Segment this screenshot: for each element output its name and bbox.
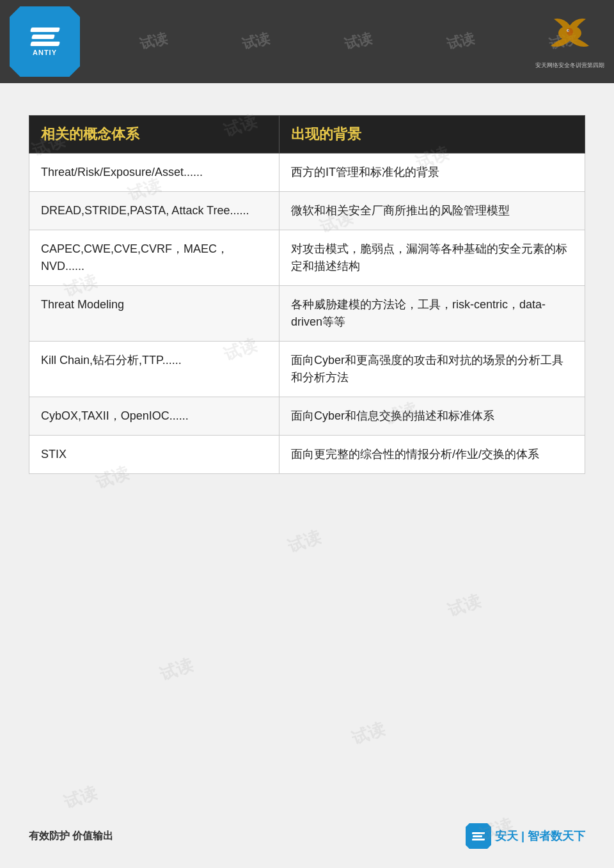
table-row: Kill Chain,钻石分析,TTP......面向Cyber和更高强度的攻击… [29,342,585,397]
logo-line-1 [30,28,60,32]
table-row: Threat/Risk/Exposure/Asset......西方的IT管理和… [29,154,585,192]
antiy-logo: ANTIY [10,6,80,77]
table-cell-left: Threat Modeling [29,286,279,342]
table-row: CybOX,TAXII，OpenIOC......面向Cyber和信息交换的描述… [29,397,585,436]
concept-table: 相关的概念体系 出现的背景 Threat/Risk/Exposure/Asset… [29,115,585,474]
table-cell-left: DREAD,STRIDE,PASTA, Attack Tree...... [29,192,279,230]
table-cell-left: CAPEC,CWE,CVE,CVRF，MAEC，NVD...... [29,230,279,286]
table-cell-right: 微软和相关安全厂商所推出的风险管理模型 [279,192,585,230]
logo-icon [31,28,59,46]
footer-brand-separator: | [521,830,528,842]
table-cell-left: Kill Chain,钻石分析,TTP...... [29,342,279,397]
footer: 有效防护 价值输出 安天 | 智者数天下 [29,823,585,849]
header-wm-3: 试读 [240,29,272,54]
table-cell-left: CybOX,TAXII，OpenIOC...... [29,397,279,436]
footer-icon-line-1 [472,832,485,834]
table-row: CAPEC,CWE,CVE,CVRF，MAEC，NVD......对攻击模式，脆… [29,230,585,286]
table-row: Threat Modeling各种威胁建模的方法论，工具，risk-centri… [29,286,585,342]
table-cell-right: 各种威胁建模的方法论，工具，risk-centric，data-driven等等 [279,286,585,342]
table-header-right: 出现的背景 [279,116,585,154]
svg-point-1 [567,28,573,36]
footer-brand-name: 安天 [495,830,518,842]
header-wm-5: 试读 [445,29,476,54]
footer-icon-line-2 [473,835,483,837]
table-cell-right: 西方的IT管理和标准化的背景 [279,154,585,192]
table-cell-left: STIX [29,436,279,474]
header-wm-4: 试读 [342,29,374,54]
svg-point-3 [568,30,569,31]
header-right-brand: 安天网络安全冬训营第四期 [535,14,604,70]
table-cell-right: 面向更完整的综合性的情报分析/作业/交换的体系 [279,436,585,474]
page-wm-13: 试读 [61,782,100,814]
table-cell-right: 面向Cyber和信息交换的描述和标准体系 [279,397,585,436]
footer-icon-lines [472,832,485,840]
table-header-left: 相关的概念体系 [29,116,279,154]
table-row: STIX面向更完整的综合性的情报分析/作业/交换的体系 [29,436,585,474]
logo-text: ANTIY [33,49,57,56]
page-wm-11: 试读 [157,654,196,686]
footer-brand-sub: 智者数天下 [528,830,585,842]
phoenix-icon [541,14,599,62]
header-watermarks: 试读 试读 试读 试读 试读 试读 [0,0,614,83]
brand-label: 安天网络安全冬训营第四期 [535,62,604,70]
page-wm-12: 试读 [349,718,388,750]
page-wm-9: 试读 [285,526,324,558]
footer-icon-line-3 [472,839,485,840]
table-row: DREAD,STRIDE,PASTA, Attack Tree......微软和… [29,192,585,230]
footer-logo-icon [466,823,491,849]
logo-line-2 [31,35,55,39]
footer-slogan: 有效防护 价值输出 [29,830,113,843]
table-cell-left: Threat/Risk/Exposure/Asset...... [29,154,279,192]
header-wm-2: 试读 [138,29,169,54]
footer-brand-text: 安天 | 智者数天下 [495,828,585,844]
main-content: 相关的概念体系 出现的背景 Threat/Risk/Exposure/Asset… [0,83,614,493]
table-cell-right: 对攻击模式，脆弱点，漏洞等各种基础的安全元素的标定和描述结构 [279,230,585,286]
table-cell-right: 面向Cyber和更高强度的攻击和对抗的场景的分析工具和分析方法 [279,342,585,397]
page-wm-10: 试读 [445,590,484,622]
logo-line-3 [30,42,60,46]
header: 试读 试读 试读 试读 试读 试读 ANTIY [0,0,614,83]
footer-logo: 安天 | 智者数天下 [466,823,585,849]
